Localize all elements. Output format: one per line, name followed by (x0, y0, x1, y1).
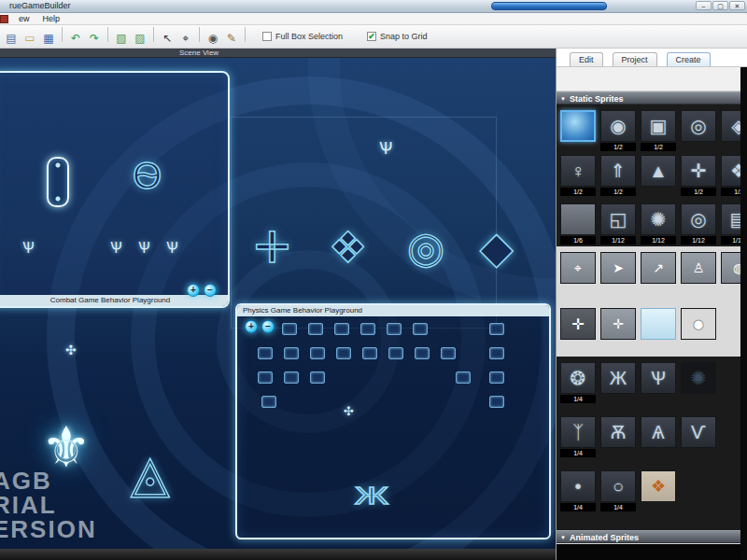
physics-sprite[interactable] (310, 347, 325, 359)
physics-sprite[interactable] (489, 371, 504, 384)
physics-sprite[interactable] (284, 371, 299, 384)
menu-item-help[interactable]: Help (36, 13, 67, 25)
critter-sprite[interactable]: Ѱ (379, 140, 392, 157)
mini-sprite[interactable]: ✣ (344, 405, 354, 417)
physics-sprite[interactable] (284, 347, 299, 359)
physics-sprite[interactable] (388, 347, 403, 359)
physics-sprite[interactable] (413, 323, 428, 335)
move-cross-cell[interactable]: ✛ (560, 308, 596, 340)
critter-sprite[interactable]: Ѱ (138, 241, 150, 256)
emblem-cross-sprite[interactable]: ✛ (254, 226, 290, 269)
mouse-pointer-cell[interactable]: ➤ (600, 252, 636, 284)
minimize-button[interactable]: – (696, 1, 712, 10)
close-button[interactable]: ✕ (729, 1, 745, 10)
pill-sprite[interactable] (47, 157, 69, 207)
physics-sprite[interactable] (415, 347, 430, 359)
physics-sprite[interactable] (310, 371, 325, 384)
rune-cell[interactable]: ᛉ1/4 (560, 416, 596, 457)
triangle-eye-sprite[interactable]: ◬ (131, 448, 170, 498)
physics-sprite[interactable] (336, 347, 351, 359)
physics-sprite[interactable] (456, 371, 471, 384)
scrollbar[interactable] (740, 67, 747, 560)
physics-sprite[interactable] (360, 323, 375, 335)
mouse-cell[interactable]: ⌖ (560, 252, 596, 284)
select-pointer-icon[interactable]: ↖ (159, 29, 176, 47)
title-bar[interactable]: rueGameBuilder – ▢ ✕ (0, 0, 747, 13)
physics-sprite[interactable] (387, 323, 402, 335)
add-image-icon[interactable]: ▧ (113, 29, 130, 47)
plate-emblem-cell[interactable]: ▣1/2 (641, 110, 676, 151)
physics-sprite[interactable] (261, 396, 276, 408)
menu-item-view[interactable]: ew (12, 13, 36, 25)
zoom-in-button[interactable]: + (245, 320, 258, 333)
animated-sprites-header[interactable]: ▼Animated Sprites (557, 530, 740, 543)
full-box-selection-checkbox[interactable]: Full Box Selection (262, 32, 343, 41)
critter-sprite[interactable]: Ѱ (22, 241, 35, 256)
mini-sprite[interactable]: ✣ (65, 343, 77, 357)
circle-tile-cell[interactable]: ○1/4 (600, 470, 636, 511)
white-circle-cell[interactable]: ● (681, 308, 716, 340)
arrow-tool-cell[interactable]: ↗ (641, 252, 676, 284)
bird-creature-cell[interactable]: Ѵ (681, 416, 716, 457)
combat-playground-panel[interactable]: Combat Game Behavior Playground + − (0, 71, 230, 308)
blank-tile-cell[interactable]: 1/6 (560, 203, 596, 245)
critter-sprite[interactable]: Ѱ (166, 241, 178, 256)
rocket-cell[interactable]: ⇑1/2 (600, 155, 636, 196)
emblem-shield-sprite[interactable]: ◆ (480, 226, 513, 269)
physics-sprite[interactable] (489, 396, 504, 408)
lamp-post-cell[interactable]: ♀1/2 (560, 155, 596, 196)
undo-icon[interactable]: ↶ (67, 29, 84, 47)
spiky-creature-cell[interactable]: Ѱ (641, 362, 676, 403)
zoom-out-button[interactable]: − (204, 284, 217, 297)
orange-cross-cell[interactable]: ❖ (641, 470, 676, 511)
zoom-out-button[interactable]: − (261, 320, 275, 333)
scene-view-tab[interactable]: Scene View (179, 49, 218, 58)
zoom-in-button[interactable]: + (187, 284, 200, 297)
dial-emblem-cell[interactable]: ◎ (681, 110, 716, 151)
crab-creature-cell[interactable]: Ж (600, 362, 636, 403)
cross-emblem-cell[interactable]: ✛1/2 (681, 155, 716, 196)
pan-tool-icon[interactable]: ⌖ (177, 29, 194, 47)
beetle-sprite[interactable]: Ѳ (133, 157, 162, 194)
blue-panel-cell[interactable] (641, 308, 676, 340)
maximize-button[interactable]: ▢ (712, 1, 728, 10)
physics-sprite[interactable] (489, 323, 504, 335)
physics-sprite[interactable] (334, 323, 349, 335)
critter-sprite[interactable]: Ѱ (110, 241, 122, 256)
emblem-diamond-sprite[interactable]: ❖ (329, 226, 367, 269)
move-cross-alt-cell[interactable]: ✛ (600, 308, 636, 340)
physics-sprite[interactable] (441, 347, 456, 359)
physics-sprite[interactable] (258, 347, 273, 359)
figure-cell[interactable]: ♙ (681, 252, 716, 284)
physics-sprite[interactable] (362, 347, 377, 359)
image-list-icon[interactable]: ▨ (132, 29, 148, 47)
creature-sprite[interactable]: Ж (355, 483, 388, 508)
titlebar-blue-button[interactable] (491, 2, 607, 10)
swirl-tile-cell[interactable]: ✺1/12 (641, 203, 676, 245)
open-folder-icon[interactable]: ▭ (21, 29, 38, 47)
physics-sprite[interactable] (489, 347, 504, 359)
thorn-creature-cell[interactable]: Ѧ (641, 416, 676, 457)
triangle-emblem-cell[interactable]: ▲ (641, 155, 676, 196)
new-file-icon[interactable]: ▤ (3, 29, 20, 47)
dark-creature-cell[interactable]: ✺ (681, 362, 716, 403)
physics-sprite[interactable] (258, 371, 273, 384)
dial-tile-cell[interactable]: ◎1/12 (681, 203, 716, 245)
fleur-sprite[interactable]: ⚜ (41, 420, 92, 476)
zoom-tool-icon[interactable]: ◉ (204, 29, 221, 47)
spiral-cell[interactable]: ❂1/4 (560, 362, 596, 403)
physics-sprite[interactable] (282, 323, 297, 335)
ring-emblem-cell[interactable]: ◉1/2 (600, 110, 636, 151)
snap-to-grid-checkbox[interactable]: ✔Snap to Grid (367, 32, 428, 41)
selected-sprite-cell[interactable] (560, 110, 596, 151)
dot-tile-cell[interactable]: •1/4 (560, 470, 596, 511)
save-icon[interactable]: ▦ (40, 29, 57, 47)
scene-canvas[interactable]: Combat Game Behavior Playground + − Phys… (0, 58, 556, 549)
physics-sprite[interactable] (308, 323, 323, 335)
redo-icon[interactable]: ↷ (86, 29, 103, 47)
physics-playground-panel[interactable]: Physics Game Behavior Playground + − (235, 303, 551, 539)
emblem-target-sprite[interactable]: ◎ (407, 226, 444, 269)
blob-creature-cell[interactable]: Ѫ (600, 416, 636, 457)
bracket-tile-cell[interactable]: ◱1/12 (600, 203, 636, 245)
draw-tool-icon[interactable]: ✎ (223, 29, 240, 47)
